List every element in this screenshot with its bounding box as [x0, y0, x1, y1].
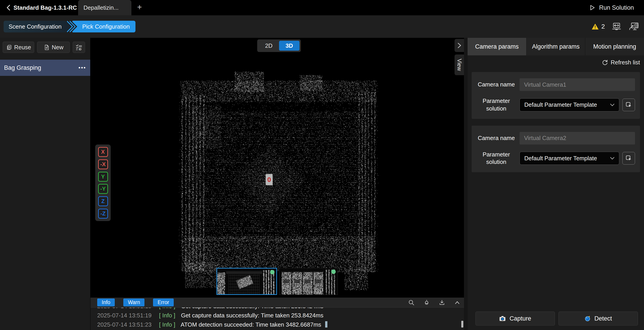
robot-communication-button[interactable] — [628, 22, 639, 31]
axis-minus-x-button[interactable]: -X — [98, 159, 108, 169]
log-filter-warn[interactable]: Warn — [123, 298, 144, 306]
log-download-button[interactable] — [439, 300, 445, 306]
origin-marker: 0 — [266, 174, 273, 185]
params-panel: Camera params Algorithm params Motion pl… — [468, 38, 644, 330]
top-bar: Standard Bag-1.3.1-RC Depalletizin... + … — [0, 0, 644, 15]
panel-expand-button[interactable] — [454, 39, 464, 52]
id-checklist-button[interactable]: ID — [73, 42, 85, 53]
camera-name-input[interactable] — [520, 78, 635, 91]
detect-button[interactable]: Detect — [558, 312, 638, 326]
play-icon — [589, 4, 596, 11]
log-entry: 2025-07-14 13:51:23 [ Info ] ATOM detect… — [97, 320, 464, 329]
log-filter-error[interactable]: Error — [153, 298, 174, 306]
back-button[interactable] — [4, 3, 13, 12]
chevron-down-icon — [610, 104, 614, 106]
camera2-status-dot — [331, 270, 336, 274]
configuration-bar: Scene Configuration Pick Configuration 2 — [0, 15, 644, 38]
chevron-up-icon — [454, 300, 460, 305]
axis-minus-y-button[interactable]: -Y — [98, 184, 108, 194]
log-scrollbar-thumb[interactable] — [461, 321, 463, 328]
select-cursor-icon — [625, 155, 632, 162]
refresh-list-label: Refresh list — [611, 59, 640, 66]
view-tab[interactable]: View — [454, 54, 464, 75]
chevron-down-icon — [610, 157, 614, 160]
parameter-solution-dropdown[interactable]: Default Parameter Template — [520, 152, 619, 165]
add-tab-button[interactable]: + — [134, 0, 145, 15]
new-button[interactable]: New — [37, 42, 70, 53]
checklist-id-icon: ID — [76, 44, 82, 51]
camera-name-label: Camera name — [476, 81, 516, 88]
view-mode-toggle: 2D 3D — [257, 40, 301, 52]
capture-label: Capture — [510, 315, 531, 322]
workflow-list-panel: Reuse New ID Bag Grasping ••• — [0, 38, 90, 330]
camera-name-input[interactable] — [520, 132, 635, 144]
breadcrumb-chevron-stripes-icon — [66, 21, 79, 32]
camera2-thumbnail[interactable] — [279, 268, 338, 295]
chevron-left-icon — [7, 5, 10, 10]
camera2-thumbnail-canvas — [279, 268, 338, 295]
log-filter-info[interactable]: Info — [97, 298, 115, 306]
warning-count: 2 — [601, 23, 605, 30]
chevron-right-icon — [457, 42, 462, 49]
mode-3d-button[interactable]: 3D — [279, 41, 300, 51]
refresh-icon — [602, 60, 608, 66]
warning-indicator[interactable]: 2 — [591, 23, 605, 30]
svg-text:ID: ID — [79, 48, 82, 51]
params-tabs: Camera params Algorithm params Motion pl… — [468, 38, 644, 56]
parameter-solution-value: Default Parameter Template — [524, 101, 597, 108]
axis-x-button[interactable]: X — [98, 147, 108, 157]
workflow-item-bag-grasping[interactable]: Bag Grasping ••• — [0, 60, 90, 76]
select-cursor-icon — [625, 102, 632, 108]
breadcrumb: Scene Configuration Pick Configuration — [4, 21, 136, 32]
camera2-card: Camera name Parameter solution Default P… — [472, 126, 640, 172]
capture-button[interactable]: Capture — [476, 312, 555, 326]
tab-motion-planning[interactable]: Motion planning — [585, 38, 644, 56]
log-toolbar: Info Warn Error — [90, 298, 464, 308]
refresh-list-button[interactable]: Refresh list — [472, 56, 640, 69]
camera1-card: Camera name Parameter solution Default P… — [472, 72, 640, 119]
log-collapse-button[interactable] — [454, 300, 460, 305]
reuse-button[interactable]: Reuse — [3, 42, 34, 53]
tab-depalletizing[interactable]: Depalletizin... — [78, 0, 132, 15]
axis-gizmo: X -X Y -Y Z -Z — [95, 144, 111, 221]
laptop-transfer-icon — [612, 22, 622, 31]
solution-title: Standard Bag-1.3.1-RC — [14, 0, 77, 15]
robot-monitor-icon — [628, 22, 639, 31]
point-cloud-canvas[interactable] — [90, 38, 464, 298]
detect-sphere-icon — [584, 315, 591, 322]
workflow-item-label: Bag Grasping — [4, 64, 41, 71]
camera-name-label: Camera name — [476, 134, 516, 142]
axis-minus-z-button[interactable]: -Z — [98, 209, 108, 218]
camera-icon — [499, 316, 506, 322]
log-clear-button[interactable] — [424, 300, 430, 306]
log-entry-clipped: 2025-07-14 13:51:19 [ Info ] Get capture… — [97, 308, 464, 311]
more-options-icon[interactable]: ••• — [78, 64, 86, 71]
tab-algorithm-params[interactable]: Algorithm params — [526, 38, 586, 56]
file-plus-icon — [44, 44, 50, 50]
breadcrumb-pick-configuration[interactable]: Pick Configuration — [72, 21, 136, 32]
breadcrumb-scene-configuration[interactable]: Scene Configuration — [4, 21, 71, 32]
camera1-status-dot — [270, 270, 274, 274]
axis-y-button[interactable]: Y — [98, 172, 108, 182]
parameter-solution-dropdown[interactable]: Default Parameter Template — [520, 98, 619, 112]
mode-2d-button[interactable]: 2D — [258, 41, 279, 51]
log-entry: 2025-07-14 13:51:19 [ Info ] Get capture… — [97, 311, 464, 320]
download-icon — [439, 300, 445, 306]
select-template-button[interactable] — [622, 152, 635, 164]
data-transfer-button[interactable] — [612, 22, 622, 31]
parameter-solution-label: Parameter solution — [476, 151, 516, 166]
tab-camera-params[interactable]: Camera params — [468, 38, 526, 56]
copy-plus-icon — [6, 44, 12, 50]
log-content[interactable]: 2025-07-14 13:51:19 [ Info ] Get capture… — [90, 308, 464, 330]
point-cloud-viewport[interactable]: 2D 3D X -X Y -Y Z -Z View 0 — [90, 38, 464, 298]
new-label: New — [52, 44, 64, 51]
parameter-solution-value: Default Parameter Template — [524, 155, 597, 162]
detect-label: Detect — [594, 315, 612, 322]
log-search-button[interactable] — [408, 300, 414, 306]
run-solution-button[interactable]: Run Solution — [589, 0, 634, 15]
warning-triangle-icon — [591, 23, 599, 30]
axis-z-button[interactable]: Z — [98, 196, 108, 206]
reuse-label: Reuse — [14, 44, 31, 51]
select-template-button[interactable] — [622, 98, 635, 111]
camera1-thumbnail[interactable] — [216, 268, 277, 295]
